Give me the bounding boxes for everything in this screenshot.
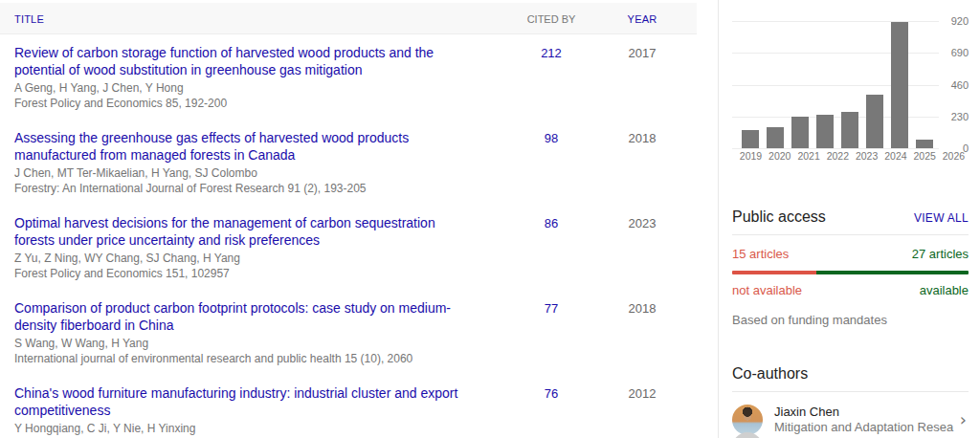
publication-venue: Forest Policy and Economics 151, 102957: [14, 267, 477, 281]
coauthor-name: Jiaxin Chen: [774, 405, 954, 420]
chart-year-label: 2025: [912, 150, 938, 162]
publication-cited-cell: 77: [505, 299, 597, 366]
coauthor-list-item[interactable]: Jiaxin Chen Mitigation and Adaptation Re…: [732, 405, 969, 435]
sort-by-title-link[interactable]: TITLE: [14, 13, 44, 25]
publication-authors: J Chen, MT Ter-Mikaelian, H Yang, SJ Col…: [14, 166, 477, 181]
publication-year: 2012: [597, 384, 697, 438]
chart-year-label: 2020: [767, 150, 792, 162]
publication-venue: Forestry: An International Journal of Fo…: [14, 182, 477, 196]
citations-chart-y-axis: 0230460690920: [936, 0, 969, 164]
citation-bar-2020[interactable]: [767, 127, 784, 148]
publication-row: Assessing the greenhouse gas effects of …: [0, 120, 697, 205]
publications-table: TITLE CITED BY YEAR Review of carbon sto…: [0, 3, 697, 438]
not-available-label: not available: [732, 283, 802, 297]
publication-title-link[interactable]: Assessing the greenhouse gas effects of …: [14, 130, 409, 163]
publication-title-link[interactable]: Review of carbon storage function of har…: [14, 45, 434, 77]
publication-title-link[interactable]: Comparison of product carbon footprint p…: [14, 300, 451, 333]
publication-year: 2017: [597, 44, 697, 111]
cited-by-count-link[interactable]: 98: [545, 131, 558, 145]
sort-by-citations-header: CITED BY: [527, 13, 576, 25]
publication-row: Optimal harvest decisions for the manage…: [0, 205, 697, 290]
publication-cited-cell: 86: [505, 214, 597, 281]
publication-venue: International journal of environmental r…: [14, 352, 477, 366]
citation-bar-2021[interactable]: [791, 117, 809, 148]
publication-authors: S Wang, W Wang, H Yang: [14, 337, 477, 351]
chart-year-label: 2019: [738, 150, 764, 162]
publication-authors: A Geng, H Yang, J Chen, Y Hong: [14, 81, 477, 96]
public-access-section: Public access VIEW ALL 15 articles 27 ar…: [732, 208, 969, 327]
funding-mandates-note: Based on funding mandates: [732, 313, 969, 327]
public-access-heading: Public access: [732, 208, 826, 226]
publications-table-header: TITLE CITED BY YEAR: [0, 3, 697, 34]
scholar-profile-page: TITLE CITED BY YEAR Review of carbon sto…: [0, 0, 980, 438]
publication-main: Review of carbon storage function of har…: [0, 44, 505, 111]
cited-by-count-link[interactable]: 76: [545, 386, 558, 401]
chart-year-label: 2024: [882, 150, 908, 162]
citation-bar-2022[interactable]: [816, 115, 834, 148]
public-access-ratio-bar: [732, 271, 969, 274]
publication-main: Assessing the greenhouse gas effects of …: [0, 129, 505, 196]
chart-value-label: 230: [951, 111, 969, 122]
publication-cited-cell: 212: [505, 44, 597, 111]
publication-main: Optimal harvest decisions for the manage…: [0, 214, 505, 281]
citations-chart: 20192020202120222023202420252026 0230460…: [732, 0, 969, 164]
not-available-bar-segment: [732, 271, 816, 274]
publication-authors: Y Hongqiang, C Ji, Y Nie, H Yinxing: [14, 422, 477, 436]
chart-value-label: 690: [951, 47, 969, 58]
coauthors-heading: Co-authors: [732, 365, 969, 383]
citation-bar-2019[interactable]: [742, 130, 759, 148]
publication-year: 2018: [597, 129, 697, 196]
available-bar-segment: [816, 271, 969, 274]
chart-value-label: 0: [963, 142, 969, 154]
publication-year: 2018: [597, 299, 697, 366]
cited-by-count-link[interactable]: 86: [545, 216, 558, 230]
publication-row: China's wood furniture manufacturing ind…: [0, 375, 697, 438]
citation-bar-2025[interactable]: [891, 22, 908, 148]
publication-year: 2023: [597, 214, 697, 281]
publication-title-link[interactable]: China's wood furniture manufacturing ind…: [14, 385, 457, 418]
chart-year-label: 2023: [854, 150, 880, 162]
not-available-count: 15 articles: [732, 247, 789, 261]
view-all-link[interactable]: VIEW ALL: [914, 211, 969, 225]
chart-year-label: 2022: [825, 150, 851, 162]
cited-by-count-link[interactable]: 77: [545, 301, 558, 316]
public-access-divider: [732, 234, 969, 235]
publications-list: Review of carbon storage function of har…: [0, 34, 697, 438]
chart-value-label: 460: [951, 79, 969, 91]
available-count: 27 articles: [912, 247, 969, 261]
sort-by-year-link[interactable]: YEAR: [628, 13, 657, 25]
coauthor-affiliation: Mitigation and Adaptation Resea…: [774, 420, 954, 435]
publication-title-link[interactable]: Optimal harvest decisions for the manage…: [14, 215, 435, 248]
chart-gridline: [732, 148, 939, 149]
profile-sidebar: 20192020202120222023202420252026 0230460…: [718, 0, 980, 438]
publication-main: China's wood furniture manufacturing ind…: [0, 384, 505, 438]
publication-venue: Forest Policy and Economics 85, 192-200: [14, 97, 477, 111]
publication-authors: Z Yu, Z Ning, WY Chang, SJ Chang, H Yang: [14, 252, 477, 266]
publication-row: Comparison of product carbon footprint p…: [0, 290, 697, 375]
publication-main: Comparison of product carbon footprint p…: [0, 299, 505, 366]
chart-year-label: 2021: [796, 150, 822, 162]
cited-by-count-link[interactable]: 212: [541, 46, 562, 60]
citation-bar-2023[interactable]: [841, 112, 858, 148]
coauthors-section: Co-authors Jiaxin Chen Mitigation and Ad…: [732, 365, 969, 435]
available-label: available: [920, 283, 969, 297]
publication-cited-cell: 98: [505, 129, 597, 196]
chart-value-label: 920: [951, 15, 969, 27]
citations-chart-plot: [732, 21, 939, 148]
citation-bar-2024[interactable]: [866, 95, 883, 148]
coauthor-avatar: [732, 405, 763, 435]
citations-chart-x-axis: 20192020202120222023202420252026: [738, 150, 967, 162]
coauthors-divider: [732, 391, 969, 392]
publication-row: Review of carbon storage function of har…: [0, 34, 697, 120]
citation-bar-2026[interactable]: [916, 140, 933, 148]
chevron-right-icon[interactable]: ›: [954, 411, 969, 428]
publication-cited-cell: 76: [505, 384, 597, 438]
